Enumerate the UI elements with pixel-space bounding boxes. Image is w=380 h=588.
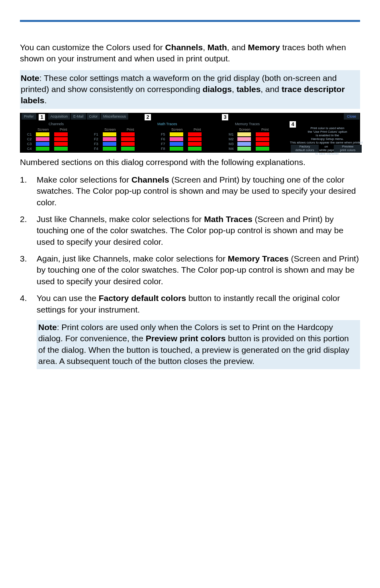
swatch-label: F6 (161, 137, 170, 142)
screen-color-swatch[interactable] (103, 132, 116, 136)
list-bold-factory: Factory default colors (99, 293, 186, 303)
note-text: , and (261, 85, 282, 94)
swatch-label: F3 (94, 142, 103, 146)
screen-color-swatch[interactable] (237, 132, 251, 136)
list-number: 3. (20, 253, 33, 264)
screen-color-swatch[interactable] (103, 147, 116, 151)
explanation-list: 1. Make color selections for Channels (S… (20, 174, 360, 369)
tab-color[interactable]: Color (87, 113, 100, 120)
col-screen: Screen (104, 127, 116, 132)
screen-color-swatch[interactable] (36, 132, 49, 136)
print-color-swatch[interactable] (121, 142, 135, 146)
swatch-row: M4 (229, 146, 274, 151)
callout-1: 1 (38, 114, 45, 121)
col-print: Print (60, 127, 67, 132)
dialog-body: Channels Math Traces Memory Traces Scree… (20, 120, 360, 151)
swatch-row: F1 (94, 132, 139, 137)
swatch-row: F6 (161, 137, 206, 142)
screen-color-swatch[interactable] (36, 142, 49, 146)
print-color-swatch[interactable] (188, 132, 202, 136)
swatch-row: F4 (94, 146, 139, 151)
list-bold-channels: Channels (131, 175, 169, 184)
preview-print-colors-button[interactable]: Preview print colors (334, 145, 362, 153)
note-box-2: Note: Print colors are used only when th… (37, 320, 360, 369)
screen-color-swatch[interactable] (170, 147, 183, 151)
screen-color-swatch[interactable] (237, 137, 251, 141)
intro-bold-memory: Memory (248, 43, 280, 52)
swatch-label: M1 (229, 132, 237, 137)
print-color-swatch[interactable] (54, 142, 68, 146)
print-color-swatch[interactable] (188, 147, 202, 151)
intro-text: You can customize the Colors used for (20, 43, 165, 52)
list-number: 2. (20, 214, 33, 225)
swatch-row: M3 (229, 142, 274, 146)
print-color-swatch[interactable] (188, 137, 202, 141)
screen-color-swatch[interactable] (36, 137, 49, 141)
swatch-label: F5 (161, 132, 170, 137)
tab-miscellaneous[interactable]: Miscellaneous (101, 113, 128, 120)
swatch-row: F8 (161, 146, 206, 151)
col-print: Print (261, 127, 269, 132)
close-button[interactable]: Close (344, 113, 359, 120)
note-bold-preview: Preview print colors (146, 334, 226, 343)
intro-bold-math: Math (208, 43, 227, 52)
swatch-row: F2 (94, 137, 139, 142)
print-color-swatch[interactable] (54, 132, 68, 136)
callout-3: 3 (221, 114, 229, 121)
print-color-swatch[interactable] (256, 132, 269, 136)
print-color-swatch[interactable] (54, 147, 68, 151)
swatch-row: F7 (161, 142, 206, 146)
print-color-swatch[interactable] (121, 147, 135, 151)
print-color-swatch[interactable] (256, 137, 269, 141)
list-text: Again, just like Channels, make color se… (37, 254, 228, 263)
print-color-swatch[interactable] (121, 132, 135, 136)
swatch-row: C1 (27, 132, 72, 137)
print-color-swatch[interactable] (54, 137, 68, 141)
list-item-1: 1. Make color selections for Channels (S… (37, 174, 360, 208)
callout-4: 4 (289, 121, 296, 128)
tab-preferences[interactable]: Prefer (22, 113, 36, 120)
intro-paragraph: You can customize the Colors used for Ch… (20, 42, 360, 65)
print-color-swatch[interactable] (256, 147, 269, 151)
screen-color-swatch[interactable] (237, 142, 251, 146)
list-number: 4. (20, 293, 33, 304)
swatch-row: C3 (27, 142, 72, 146)
swatch-label: C1 (27, 132, 36, 137)
screen-color-swatch[interactable] (170, 137, 183, 141)
swatch-label: F7 (161, 142, 170, 146)
list-text: Make color selections for (37, 175, 131, 184)
tab-email[interactable]: E-Mail (71, 113, 86, 120)
list-number: 1. (20, 174, 33, 185)
list-item-4: 4. You can use the Factory default color… (37, 293, 360, 369)
group-title-memory: Memory Traces (235, 122, 260, 126)
print-color-swatch[interactable] (188, 142, 202, 146)
screen-color-swatch[interactable] (170, 132, 183, 136)
intro-text: , and (227, 43, 248, 52)
note-box-1: Note: These color settings match a wavef… (20, 70, 360, 109)
swatch-label: F1 (94, 132, 103, 137)
intro-bold-channels: Channels (165, 43, 203, 52)
memory-grid: M1M2M3M4 (229, 132, 274, 151)
col-print: Print (194, 127, 201, 132)
screen-color-swatch[interactable] (170, 142, 183, 146)
note-label: Note (38, 323, 57, 332)
swatch-row: F3 (94, 142, 139, 146)
note-bold-dialogs: dialogs (202, 85, 232, 94)
swatch-label: F4 (94, 146, 103, 151)
swatch-label: M2 (229, 137, 237, 142)
screen-color-swatch[interactable] (103, 137, 116, 141)
tab-row: Prefer Acquisition E-Mail Color Miscella… (20, 113, 360, 120)
callout-2: 2 (144, 114, 151, 121)
list-item-2: 2. Just like Channels, make color select… (37, 214, 360, 248)
info-buttons: Factory default colors Preview print col… (291, 145, 362, 153)
screen-color-swatch[interactable] (103, 142, 116, 146)
screen-color-swatch[interactable] (237, 147, 251, 151)
print-color-swatch[interactable] (256, 142, 269, 146)
col-screen: Screen (37, 127, 49, 132)
screen-color-swatch[interactable] (36, 147, 49, 151)
info-line: the 'Use Print Colors' option (296, 130, 358, 134)
print-color-swatch[interactable] (121, 137, 135, 141)
tab-acquisition[interactable]: Acquisition (48, 113, 71, 120)
info-line: Hardcopy Setup menu. (296, 137, 358, 141)
factory-default-colors-button[interactable]: Factory default colors (291, 145, 319, 153)
